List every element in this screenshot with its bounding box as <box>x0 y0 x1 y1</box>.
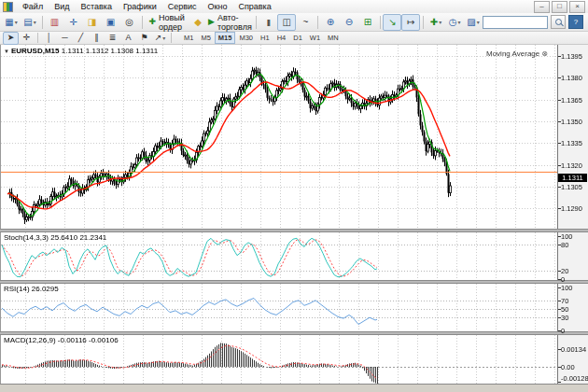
line-chart-button[interactable]: ~ <box>296 14 315 31</box>
timeframe-m5[interactable]: M5 <box>197 32 214 44</box>
menu-item-insert[interactable]: Вставка <box>75 0 117 13</box>
search-area: ? <box>483 15 588 29</box>
timeframe-mn[interactable]: MN <box>324 32 343 44</box>
vertical-line-button[interactable]: │ <box>41 32 57 45</box>
standard-toolbar: ▦▾ ▤▾ ▥ ✛ ◨ ▣ ◎ ✚Новый ордер ◆ ▶Авто-тор… <box>0 13 588 32</box>
timeframe-bar: M1M5M15M30H1H4D1W1MN <box>180 32 343 44</box>
menu-item-view[interactable]: Вид <box>49 0 75 13</box>
text-button[interactable]: A <box>120 32 136 45</box>
chart-header: ▼EURUSD,M15 1.1311 1.1312 1.1308 1.1311 <box>4 47 158 55</box>
navigator-button[interactable]: ◨ <box>83 14 102 31</box>
bar-chart-button[interactable]: ||| <box>259 14 277 31</box>
timeframe-h4[interactable]: H4 <box>273 32 290 44</box>
timeframe-m30[interactable]: M30 <box>235 32 257 44</box>
dropdown-icon: ▾ <box>457 19 460 25</box>
indicators-icon: ✚ <box>430 18 438 27</box>
trendline-button[interactable]: ╱ <box>73 32 89 45</box>
delete-indicator-icon[interactable]: ⊗ <box>541 49 548 58</box>
timeframe-m15[interactable]: M15 <box>215 32 236 44</box>
window-controls: –□× <box>534 1 588 13</box>
terminal-button[interactable]: ▣ <box>102 14 120 31</box>
expand-icon[interactable]: ▼ <box>4 49 9 54</box>
macd-tick: 0.00134 <box>561 345 586 354</box>
templates-button[interactable]: ▨▾ <box>464 14 483 31</box>
timeframe-m1[interactable]: M1 <box>180 32 197 44</box>
dropdown-icon: ▾ <box>477 19 480 25</box>
cursor-button[interactable]: ➤ <box>3 32 19 45</box>
timeframe-h1[interactable]: H1 <box>257 32 273 44</box>
price-tick: 1.1305 <box>561 183 582 191</box>
crosshair-button[interactable]: ✛ <box>19 32 35 45</box>
arrows-button[interactable]: ↗▾ <box>152 32 168 45</box>
indicators-button[interactable]: ✚▾ <box>427 14 445 31</box>
window-bottom-edge <box>0 384 588 392</box>
channel-icon: ∥ <box>94 34 99 42</box>
strategy-tester-button[interactable]: ◎ <box>120 14 139 31</box>
chart-shift-icon: ↦ <box>407 18 414 27</box>
data-window-icon: ✛ <box>69 18 77 27</box>
metaeditor-icon: ◆ <box>194 18 202 27</box>
line-studies-toolbar: ➤ ✛ │ ─ ╱ ∥ ≣ A ⚑ ↗▾ M1M5M15M30H1H4D1W1M… <box>0 32 588 45</box>
horizontal-line-button[interactable]: ─ <box>57 32 73 45</box>
separator <box>42 16 43 29</box>
menu-item-service[interactable]: Сервис <box>162 0 203 13</box>
text-label-button[interactable]: ⚑ <box>136 32 152 45</box>
close-button[interactable]: × <box>569 1 585 13</box>
zoom-in-button[interactable]: ⊕ <box>321 14 340 31</box>
channel-button[interactable]: ∥ <box>89 32 105 45</box>
text-icon: A <box>125 34 131 42</box>
new-order-icon: ✚ <box>148 18 156 26</box>
search-input[interactable] <box>483 16 548 29</box>
auto-trading-label: Авто-торговля <box>217 13 252 32</box>
navigator-icon: ◨ <box>88 18 96 27</box>
rsi-tick: 100 <box>561 284 573 292</box>
tile-windows-button[interactable]: ⊞ <box>358 14 377 31</box>
auto-scroll-button[interactable]: ↘ <box>383 14 401 31</box>
search-button[interactable] <box>551 15 566 29</box>
periods-button[interactable]: ◷▾ <box>445 14 464 31</box>
menu-item-charts[interactable]: Графики <box>118 0 162 13</box>
timeframe-w1[interactable]: W1 <box>306 32 324 44</box>
zoom-out-button[interactable]: ⊖ <box>340 14 358 31</box>
price-tick: 1.1380 <box>561 74 582 82</box>
stoch-tick: 100 <box>561 232 573 241</box>
vertical-line-icon: │ <box>47 34 52 42</box>
menu-item-window[interactable]: Окно <box>203 0 233 13</box>
candlestick-chart-button[interactable]: ◫ <box>277 14 296 31</box>
dropdown-icon: ▾ <box>34 19 36 25</box>
macd-tick: -0.00128 <box>561 374 588 383</box>
new-chart-icon: ▦ <box>5 18 13 27</box>
fibonacci-button[interactable]: ≣ <box>105 32 120 45</box>
auto-trading-icon: ▶ <box>208 18 215 26</box>
price-tick: 1.1350 <box>561 118 582 126</box>
profiles-button[interactable]: ▤▾ <box>21 14 39 31</box>
market-watch-button[interactable]: ▥ <box>46 14 64 31</box>
search-icon <box>555 19 562 25</box>
price-tick: 1.1290 <box>561 204 582 213</box>
auto-trading-button[interactable]: ▶Авто-торговля <box>207 14 253 31</box>
separator <box>256 16 257 29</box>
menu-bar: ФайлВидВставкаГрафикиСервисОкноСправка –… <box>0 0 588 14</box>
minimize-button[interactable]: – <box>534 1 550 13</box>
rsi-tick: 70 <box>561 297 568 305</box>
new-chart-button[interactable]: ▦▾ <box>2 14 21 31</box>
separator <box>37 33 38 43</box>
menu-item-file[interactable]: Файл <box>17 0 49 13</box>
metaeditor-button[interactable]: ◆ <box>189 14 207 31</box>
price-tick: 1.1395 <box>561 52 582 61</box>
data-window-button[interactable]: ✛ <box>64 14 83 31</box>
menu-item-help[interactable]: Справка <box>232 0 276 13</box>
rsi-tick: 50 <box>561 305 568 314</box>
restore-button[interactable]: □ <box>552 1 567 13</box>
new-order-button[interactable]: ✚Новый ордер <box>145 14 189 31</box>
zoom-in-icon: ⊕ <box>327 18 334 27</box>
timeframe-d1[interactable]: D1 <box>289 32 306 44</box>
bar-chart-icon: ||| <box>267 19 270 25</box>
chart-shift-button[interactable]: ↦ <box>401 14 420 31</box>
dropdown-icon: ▾ <box>15 19 18 25</box>
separator <box>142 16 143 29</box>
community-button[interactable]: ? <box>568 15 583 29</box>
tile-windows-icon: ⊞ <box>364 18 371 27</box>
line-chart-icon: ~ <box>302 18 308 27</box>
new-order-label: Новый ордер <box>159 13 185 32</box>
